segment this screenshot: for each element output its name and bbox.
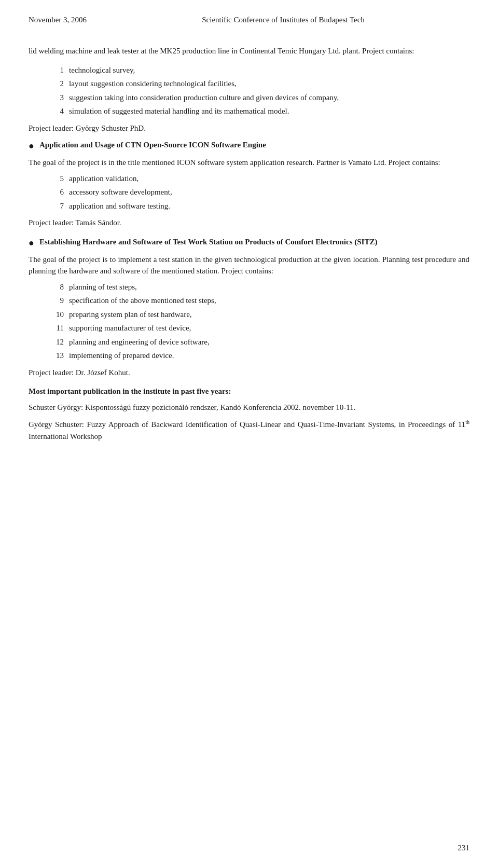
list-item-text: preparing system plan of test hardware, xyxy=(69,309,469,321)
header-date: November 3, 2006 xyxy=(29,16,87,24)
section-1-header: ● Application and Usage of CTN Open-Sour… xyxy=(29,139,469,153)
bullet-icon-1: ● xyxy=(29,140,34,153)
list-item-text: simulation of suggested material handlin… xyxy=(69,105,469,117)
list-item-num: 6 xyxy=(49,186,64,198)
list-item-text: implementing of prepared device. xyxy=(69,350,469,362)
list-item-text: accessory software development, xyxy=(69,186,469,198)
section-1: ● Application and Usage of CTN Open-Sour… xyxy=(29,139,469,229)
page: November 3, 2006 Scientific Conference o… xyxy=(0,0,498,868)
list-item-num: 13 xyxy=(49,350,64,362)
list-item: 11supporting manufacturer of test device… xyxy=(49,322,469,334)
section-1-leader: Project leader: Tamás Sándor. xyxy=(29,217,469,229)
list-item-num: 11 xyxy=(49,322,64,334)
list-item-num: 4 xyxy=(49,105,64,117)
section-1-paragraph: The goal of the project is in the title … xyxy=(29,157,469,169)
section-1-title: Application and Usage of CTN Open-Source… xyxy=(39,139,469,151)
list-item: 7application and software testing. xyxy=(49,200,469,212)
list-item: 10preparing system plan of test hardware… xyxy=(49,309,469,321)
list-item: 9specification of the above mentioned te… xyxy=(49,295,469,307)
list-item: 5application validation, xyxy=(49,173,469,185)
list-item: 4simulation of suggested material handli… xyxy=(49,105,469,117)
list-item-num: 8 xyxy=(49,281,64,293)
project-list-1: 1technological survey,2layout suggestion… xyxy=(49,64,469,117)
list-item-text: supporting manufacturer of test device, xyxy=(69,322,469,334)
section-2-title: Establishing Hardware and Software of Te… xyxy=(39,236,469,248)
list-item-num: 12 xyxy=(49,336,64,348)
publication-2-text-after: International Workshop xyxy=(29,432,102,440)
list-item-text: application and software testing. xyxy=(69,200,469,212)
list-item-text: planning of test steps, xyxy=(69,281,469,293)
list-item-text: application validation, xyxy=(69,173,469,185)
section-2-paragraph: The goal of the project is to implement … xyxy=(29,254,469,277)
section-2-list: 8planning of test steps,9specification o… xyxy=(49,281,469,362)
list-item-text: planning and engineering of device softw… xyxy=(69,336,469,348)
page-header: November 3, 2006 Scientific Conference o… xyxy=(29,16,469,24)
publication-2-superscript: th xyxy=(465,419,469,425)
list-item: 3suggestion taking into consideration pr… xyxy=(49,92,469,104)
section-2-header: ● Establishing Hardware and Software of … xyxy=(29,236,469,250)
list-item-num: 9 xyxy=(49,295,64,307)
list-item-num: 2 xyxy=(49,78,64,90)
header-title: Scientific Conference of Institutes of B… xyxy=(97,16,469,24)
most-important-heading: Most important publication in the instit… xyxy=(29,385,469,397)
intro-paragraph: lid welding machine and leak tester at t… xyxy=(29,45,469,57)
list-item: 1technological survey, xyxy=(49,64,469,76)
list-item: 12planning and engineering of device sof… xyxy=(49,336,469,348)
list-item-text: specification of the above mentioned tes… xyxy=(69,295,469,307)
section-1-list: 5application validation,6accessory softw… xyxy=(49,173,469,212)
project-leader-1: Project leader: György Schuster PhD. xyxy=(29,122,469,134)
list-item-text: layout suggestion considering technologi… xyxy=(69,78,469,90)
list-item-num: 1 xyxy=(49,64,64,76)
page-content: lid welding machine and leak tester at t… xyxy=(29,45,469,442)
bullet-icon-2: ● xyxy=(29,237,34,250)
list-item-text: technological survey, xyxy=(69,64,469,76)
list-item-text: suggestion taking into consideration pro… xyxy=(69,92,469,104)
list-item-num: 10 xyxy=(49,309,64,321)
list-item: 6accessory software development, xyxy=(49,186,469,198)
list-item: 2layout suggestion considering technolog… xyxy=(49,78,469,90)
list-item: 8planning of test steps, xyxy=(49,281,469,293)
publication-2: György Schuster: Fuzzy Approach of Backw… xyxy=(29,418,469,442)
publication-1: Schuster György: Kispontosságú fuzzy poz… xyxy=(29,402,469,414)
list-item-num: 5 xyxy=(49,173,64,185)
publication-2-text-before: György Schuster: Fuzzy Approach of Backw… xyxy=(29,420,465,429)
section-2-leader: Project leader: Dr. József Kohut. xyxy=(29,367,469,379)
list-item-num: 7 xyxy=(49,200,64,212)
list-item: 13implementing of prepared device. xyxy=(49,350,469,362)
section-2: ● Establishing Hardware and Software of … xyxy=(29,236,469,379)
list-item-num: 3 xyxy=(49,92,64,104)
page-number: 231 xyxy=(458,844,470,852)
